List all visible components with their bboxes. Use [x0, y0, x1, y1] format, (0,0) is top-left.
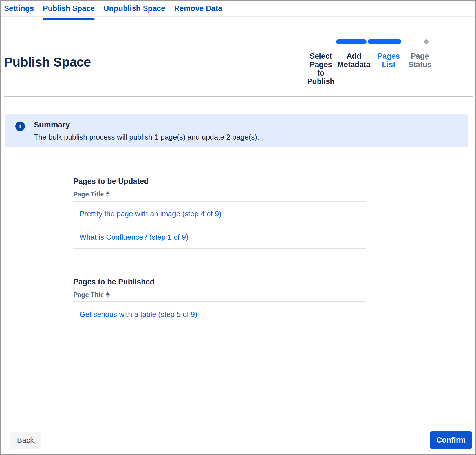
tab-publish-space[interactable]: Publish Space	[43, 4, 95, 16]
section-heading: Pages to be Updated	[73, 177, 366, 186]
summary-message: The bulk publish process will publish 1 …	[34, 133, 259, 142]
step-label-select-pages-to-publish: Select Pages to Publish	[306, 52, 336, 86]
step-label-add-metadata: Add Metadata	[336, 52, 372, 69]
page-link-get-serious-with-a-table[interactable]: Get serious with a table (step 5 of 9)	[80, 310, 197, 319]
top-tab-bar: Settings Publish Space Unpublish Space R…	[1, 1, 475, 17]
summary-title: Summary	[34, 120, 70, 129]
table-bottom-divider	[73, 248, 366, 249]
tab-remove-data[interactable]: Remove Data	[174, 4, 222, 16]
sort-down-arrow-icon	[106, 295, 110, 298]
page-link-what-is-confluence[interactable]: What is Confluence? (step 1 of 9)	[80, 233, 188, 241]
step-label-page-status: Page Status	[406, 52, 434, 69]
confirm-button[interactable]: Confirm	[430, 431, 472, 449]
sort-ascending-icon	[106, 292, 110, 298]
page-title: Publish Space	[4, 54, 91, 70]
summary-banner: i Summary The bulk publish process will …	[5, 114, 468, 147]
publish-space-wizard: Settings Publish Space Unpublish Space R…	[0, 0, 476, 455]
progress-bar-segment-current	[368, 39, 401, 44]
sort-up-arrow-icon	[106, 191, 110, 194]
back-button[interactable]: Back	[10, 432, 41, 449]
table-row: Get serious with a table (step 5 of 9)	[73, 302, 366, 326]
pages-to-be-updated-section: Pages to be Updated Page Title Prettify …	[73, 177, 366, 249]
sort-down-arrow-icon	[106, 195, 110, 197]
sort-up-arrow-icon	[106, 292, 110, 295]
section-heading: Pages to be Published	[73, 278, 366, 286]
header-divider	[4, 96, 473, 97]
page-link-prettify-the-page[interactable]: Prettify the page with an image (step 4 …	[80, 209, 221, 218]
step-label-pages-list: Pages List	[376, 52, 402, 69]
page-title-column-header[interactable]: Page Title	[73, 291, 110, 299]
page-title-column-header[interactable]: Page Title	[73, 191, 110, 198]
table-bottom-divider	[73, 326, 366, 326]
progress-bar-segment-completed	[336, 39, 367, 44]
table-row: What is Confluence? (step 1 of 9)	[73, 225, 366, 248]
tab-unpublish-space[interactable]: Unpublish Space	[103, 4, 165, 16]
sort-ascending-icon	[106, 191, 110, 197]
progress-dot-upcoming	[424, 39, 429, 44]
pages-to-be-published-section: Pages to be Published Page Title Get ser…	[73, 278, 366, 326]
tab-settings[interactable]: Settings	[4, 4, 34, 16]
table-row: Prettify the page with an image (step 4 …	[73, 202, 366, 225]
info-icon: i	[15, 122, 25, 131]
column-header-label: Page Title	[73, 191, 104, 198]
column-header-label: Page Title	[73, 291, 104, 299]
